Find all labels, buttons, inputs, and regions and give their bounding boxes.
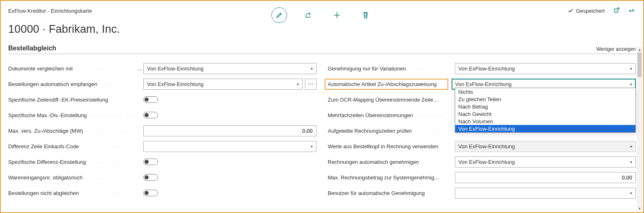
diff-line-code-select[interactable]: ▾: [143, 141, 316, 152]
field-label: Rechnungen automatisch genehmigen · · · …: [328, 159, 455, 165]
dropdown-option[interactable]: Nichts: [455, 88, 636, 95]
select-value: Von ExFlow-Einrichtung: [147, 66, 203, 72]
popout-icon: [613, 7, 619, 14]
page-title: 10000 · Fabrikam, Inc.: [8, 23, 636, 36]
chevron-down-icon: ▾: [311, 144, 313, 149]
max-invoice-amount-input[interactable]: [455, 172, 636, 183]
new-button[interactable]: [330, 8, 344, 23]
share-button[interactable]: [301, 8, 316, 23]
select-value: Von ExFlow-Einrichtung: [455, 81, 512, 87]
field-label: Spezifische Zeilendiff.-EK-Preiseinstell…: [8, 97, 143, 103]
auto-approve-select[interactable]: Von ExFlow-Einrichtung ▾: [455, 156, 636, 168]
field-label: Bestellungen automatisch empfangen · · ·…: [8, 81, 143, 87]
breadcrumb: ExFlow-Kreditor - Einrichtungskarte: [8, 8, 92, 14]
field-label-highlighted: Automatische Artikel Zu-/Abschlagszuweis…: [325, 79, 448, 90]
select-value: Von ExFlow-Einrichtung: [459, 66, 515, 72]
check-icon: [568, 8, 574, 14]
approval-variations-select[interactable]: Von ExFlow-Einrichtung ▾: [455, 63, 636, 74]
select-value: Von ExFlow-Einrichtung: [459, 159, 515, 165]
share-icon: [305, 11, 312, 19]
edit-button[interactable]: [271, 7, 287, 23]
collapse-button[interactable]: [628, 7, 636, 15]
pencil-icon: [276, 12, 282, 18]
dropdown-panel[interactable]: NichtsZu gleichen TeilenNach BetragNach …: [455, 88, 636, 133]
spec-diff-toggle[interactable]: [143, 159, 158, 165]
chevron-down-icon: ▾: [630, 66, 632, 71]
field-label: Benutzer für automatische Genehmigung · …: [328, 190, 455, 196]
section-title[interactable]: Bestellabgleich: [8, 45, 56, 52]
field-label: Spezifische Max.-Div.-Einstellung · · · …: [8, 112, 143, 118]
vertical-scrollbar[interactable]: ▴ ▾: [637, 47, 642, 211]
scrollbar-thumb[interactable]: [637, 52, 642, 77]
line-diff-toggle[interactable]: [143, 96, 158, 103]
max-div-toggle[interactable]: [143, 112, 158, 118]
max-charges-input[interactable]: [143, 125, 316, 136]
receipt-no-toggle[interactable]: [143, 174, 158, 181]
dropdown-option[interactable]: Zu gleichen Teilen: [455, 95, 636, 103]
action-bar: [271, 7, 373, 23]
assist-edit-button[interactable]: ⋯: [305, 79, 316, 90]
dropdown-option[interactable]: Von ExFlow-Einrichtung: [455, 125, 636, 132]
dropdown-option[interactable]: Nach Volumen: [455, 118, 636, 125]
dropdown-option[interactable]: Nach Betrag: [455, 103, 636, 110]
chevron-down-icon: ▾: [297, 82, 299, 86]
dropdown-option[interactable]: Nach Gewicht: [455, 110, 636, 118]
select-value: Von ExFlow-Einrichtung: [459, 143, 515, 150]
chevron-down-icon: ▾: [630, 144, 632, 149]
chevron-down-icon: ▾: [630, 82, 632, 86]
field-label: Max. Rechnungsbetrag zur Systemgenehmig…: [328, 174, 455, 181]
scroll-down-icon[interactable]: ▾: [637, 206, 642, 211]
chevron-down-icon: ▾: [630, 160, 632, 164]
field-label: Werte aus Bestellkopf in Rechnung verwen…: [328, 143, 455, 150]
field-label: Dokumente vergleichen mit · · · · · · · …: [8, 66, 143, 72]
scroll-up-icon[interactable]: ▴: [637, 47, 642, 52]
right-column: Genehmigung nur für Variationen · · · · …: [328, 61, 636, 201]
delete-button[interactable]: [358, 8, 373, 23]
field-label: Differenz Zeile Einkaufs-Code · · · · · …: [8, 143, 143, 150]
left-column: Dokumente vergleichen mit · · · · · · · …: [8, 61, 316, 201]
field-label: Spezifische Differenz-Einstellung · · · …: [8, 159, 143, 165]
field-label: Genehmigung nur für Variationen · · · · …: [328, 66, 455, 72]
auto-approval-user-select[interactable]: ▾: [455, 188, 636, 199]
field-label: Zum OCR-Mapping Übereinstimmende Zeile…: [328, 97, 455, 103]
auto-receive-select[interactable]: Von ExFlow-Einrichtung ▾: [143, 79, 303, 90]
field-label: Mehrfachzeilen Übereinstimmungen · · · ·…: [328, 112, 455, 118]
field-label: Max. vers. Zu-/Abschläge (MW) · · · · · …: [8, 128, 143, 134]
saved-label: Gespeichert: [576, 8, 605, 14]
collapse-icon: [628, 7, 635, 14]
compare-docs-select[interactable]: Von ExFlow-Einrichtung ▾: [143, 63, 316, 74]
no-match-toggle[interactable]: [143, 190, 158, 196]
select-value: Von ExFlow-Einrichtung: [147, 81, 203, 87]
saved-indicator: Gespeichert: [568, 8, 605, 14]
popout-button[interactable]: [612, 7, 620, 15]
trash-icon: [362, 11, 369, 19]
header-values-select[interactable]: Von ExFlow-Einrichtung ▾: [455, 141, 636, 152]
chevron-down-icon: ▾: [311, 66, 313, 71]
field-label: Aufgeteilte Rechnungszeilen prüfen · · ·…: [328, 128, 455, 134]
plus-icon: [333, 11, 341, 19]
field-label: Wareneingangsnr. obligatorisch · · · · ·…: [8, 174, 143, 181]
show-less-link[interactable]: Weniger anzeigen: [596, 46, 636, 52]
field-label: Bestellungen nicht abgleichen · · · · · …: [8, 190, 143, 196]
chevron-down-icon: ▾: [630, 191, 632, 195]
